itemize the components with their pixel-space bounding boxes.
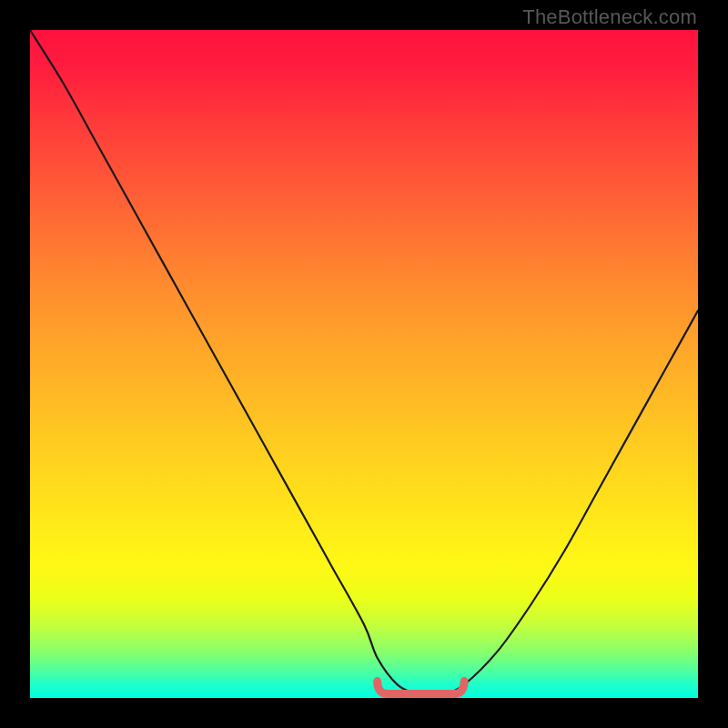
watermark-text: TheBottleneck.com [522,5,697,29]
bottleneck-curve [30,30,698,698]
outer-frame: TheBottleneck.com [0,0,728,728]
chart-svg [30,30,698,698]
plot-area [30,30,698,698]
minimum-marker [378,682,464,694]
